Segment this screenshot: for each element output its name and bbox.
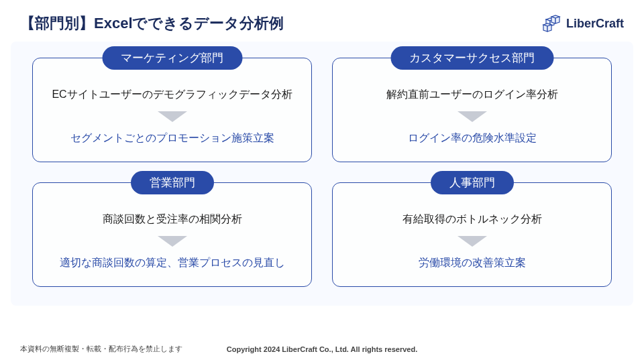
svg-marker-5 xyxy=(555,17,559,23)
card-outcome-text: 労働環境の改善策立案 xyxy=(346,256,598,270)
card-badge: 営業部門 xyxy=(131,171,214,194)
footer-disclaimer: 本資料の無断複製・転載・配布行為を禁止します xyxy=(20,344,182,354)
header: 【部門別】Excelでできるデータ分析例 LiberCraft xyxy=(0,0,644,42)
logo: LiberCraft xyxy=(541,14,624,33)
main-panel: マーケティング部門 ECサイトユーザーのデモグラフィックデータ分析 セグメントご… xyxy=(11,42,633,306)
card-customer-success: カスタマーサクセス部門 解約直前ユーザーのログイン率分析 ログイン率の危険水準設… xyxy=(332,58,612,162)
card-hr: 人事部門 有給取得のボトルネック分析 労働環境の改善策立案 xyxy=(332,182,612,287)
card-badge: マーケティング部門 xyxy=(102,46,242,70)
footer-copyright: Copyright 2024 LiberCraft Co., Ltd. All … xyxy=(227,345,417,353)
svg-marker-4 xyxy=(551,17,555,23)
card-marketing: マーケティング部門 ECサイトユーザーのデモグラフィックデータ分析 セグメントご… xyxy=(32,58,312,162)
logo-text: LiberCraft xyxy=(566,17,624,31)
arrow-down-icon xyxy=(458,236,487,247)
card-analysis-text: 解約直前ユーザーのログイン率分析 xyxy=(346,88,598,102)
card-analysis-text: ECサイトユーザーのデモグラフィックデータ分析 xyxy=(46,88,298,102)
card-sales: 営業部門 商談回数と受注率の相関分析 適切な商談回数の算定、営業プロセスの見直し xyxy=(32,182,312,287)
card-outcome-text: セグメントごとのプロモーション施策立案 xyxy=(46,131,298,145)
footer: 本資料の無断複製・転載・配布行為を禁止します Copyright 2024 Li… xyxy=(0,336,644,362)
card-outcome-text: 適切な商談回数の算定、営業プロセスの見直し xyxy=(46,256,298,270)
arrow-down-icon xyxy=(158,111,187,122)
logo-icon xyxy=(541,14,562,33)
card-badge: カスタマーサクセス部門 xyxy=(390,46,553,70)
card-analysis-text: 有給取得のボトルネック分析 xyxy=(346,213,598,227)
page-title: 【部門別】Excelでできるデータ分析例 xyxy=(20,13,284,34)
arrow-down-icon xyxy=(158,236,187,247)
arrow-down-icon xyxy=(458,111,487,122)
card-analysis-text: 商談回数と受注率の相関分析 xyxy=(46,213,298,227)
svg-marker-8 xyxy=(547,25,551,32)
svg-marker-7 xyxy=(543,25,547,32)
card-badge: 人事部門 xyxy=(431,171,514,194)
card-outcome-text: ログイン率の危険水準設定 xyxy=(346,131,598,145)
